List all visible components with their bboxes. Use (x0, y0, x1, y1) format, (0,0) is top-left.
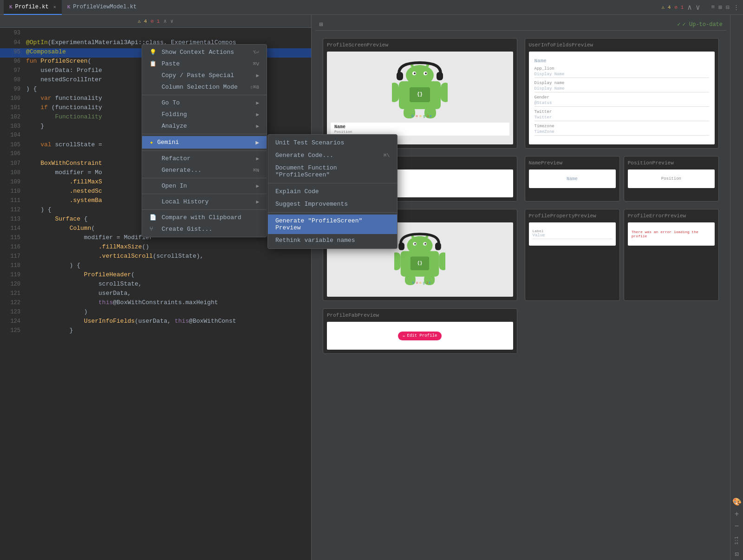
submenu-arrow-folding: ▶ (256, 111, 259, 117)
svg-point-5 (425, 72, 427, 74)
svg-text:l: l (426, 281, 428, 285)
toolbar-fit-icon[interactable]: ⊡ (735, 550, 738, 558)
preview-content-error: There was an error loading the profile (628, 222, 715, 246)
svg-text:o: o (416, 281, 418, 285)
tab-profile-kt-label: Profile.kt (15, 4, 49, 10)
edit-icon: ✏ (403, 333, 405, 339)
context-menu: 💡 Show Context Actions ⌥⏎ 📋 Paste ⌘V Cop… (142, 44, 267, 237)
editor-error: ⊘ 1 (150, 18, 160, 24)
svg-text:g: g (423, 281, 425, 285)
paste-icon: 📋 (150, 60, 158, 67)
shortcut-generate-code: ⌘\ (384, 152, 390, 158)
toolbar-zoom-out-icon[interactable]: − (735, 522, 739, 531)
submenu-suggest-improvements[interactable]: Suggest Improvements (268, 198, 397, 210)
submenu-generate-preview[interactable]: Generate "ProfileScreen" Preview (268, 215, 397, 234)
svg-rect-34 (394, 252, 401, 270)
preview-card-user-info: UserInfoFieldsPreview Name App_lion Disp… (525, 38, 719, 149)
fab-button[interactable]: ✏ Edit Profile (398, 332, 442, 340)
preview-panel[interactable]: ⊞ ✓ ✓ Up-to-date ProfileScreenPreview (311, 15, 730, 560)
name-position-pair: NamePreview Name PositionPreview Positio… (525, 156, 719, 202)
submenu-label-generate-preview: Generate "ProfileScreen" Preview (275, 217, 390, 231)
code-line-120: 120 scrollState, (0, 280, 311, 290)
zoom-level: 1:1 (734, 536, 739, 545)
submenu-generate-code[interactable]: Generate Code... ⌘\ (268, 149, 397, 162)
svg-text:g: g (423, 114, 425, 118)
separator-4 (142, 178, 267, 178)
property-error-pair: ProfilePropertyPreview Label Value Profi… (525, 209, 719, 301)
menu-item-copy-paste-special[interactable]: Copy / Paste Special ▶ (142, 70, 267, 81)
menu-label-compare-clipboard: Compare with Clipboard (162, 214, 241, 221)
menu-item-gemini[interactable]: ✦ Gemini ▶ Unit Test Scenarios Generate … (142, 136, 267, 149)
code-line-117: 117 .verticalScroll(scrollState), (0, 253, 311, 262)
preview-card-position-small: PositionPreview Position (624, 156, 719, 202)
shortcut-paste: ⌘V (253, 61, 259, 67)
shortcut-show-context-actions: ⌥⏎ (253, 49, 259, 55)
svg-text:e: e (429, 281, 431, 285)
submenu-rethink-names[interactable]: Rethink variable names (268, 234, 397, 247)
code-line-124: 124 UserInfoFields(userData, this@BoxWit… (0, 318, 311, 327)
menu-item-generate[interactable]: Generate... ⌘N (142, 164, 267, 176)
preview-header: ⊞ ✓ ✓ Up-to-date (315, 19, 726, 31)
toolbar-zoom-in-icon[interactable]: + (735, 510, 739, 519)
submenu-label-suggest-improvements: Suggest Improvements (275, 201, 348, 208)
menu-item-paste[interactable]: 📋 Paste ⌘V (142, 58, 267, 70)
submenu-arrow-refactor: ▶ (256, 156, 259, 162)
error-badge: ⊘ 1 (674, 4, 684, 10)
editor-toolbar: ⚠ 4 ⊘ 1 ∧ ∨ (0, 15, 311, 28)
code-line-93: 93 (0, 30, 311, 39)
preview-card-error: ProfileErrorPreview There was an error l… (624, 209, 719, 301)
position-preview-text: Position (661, 176, 681, 181)
svg-text:{}: {} (417, 92, 423, 97)
menu-item-goto[interactable]: Go To ▶ (142, 97, 267, 109)
tab-viewmodel[interactable]: K ProfileViewModel.kt (62, 0, 142, 15)
code-line-121: 121 userData, (0, 290, 311, 299)
menu-item-folding[interactable]: Folding ▶ (142, 109, 267, 120)
preview-title-profile-screen: ProfileScreenPreview (327, 42, 513, 48)
fab-label: Edit Profile (407, 333, 437, 338)
separator-2 (142, 134, 267, 134)
svg-rect-15 (437, 72, 443, 80)
menu-item-column-selection[interactable]: Column Selection Mode ⇧⌘8 (142, 81, 267, 93)
svg-rect-35 (439, 252, 446, 270)
menu-label-show-context-actions: Show Context Actions (162, 49, 234, 56)
submenu-separator-2 (268, 212, 397, 213)
gemini-star-icon: ✦ (150, 138, 153, 146)
chevron-down-icon[interactable]: ∨ (696, 3, 700, 12)
preview-card-profile-screen: ProfileScreenPreview (323, 38, 517, 149)
submenu-separator-1 (268, 183, 397, 183)
preview-content-user-info: Name App_lion Display Name Display name … (529, 52, 715, 144)
menu-label-create-gist: Create Gist... (162, 226, 212, 233)
submenu-label-explain-code: Explain Code (275, 188, 319, 195)
svg-point-1 (406, 65, 434, 85)
menu-item-local-history[interactable]: Local History ▶ (142, 196, 267, 208)
error-text: There was an error loading the profile (632, 230, 711, 238)
menu-label-open-in: Open In (162, 182, 187, 189)
submenu-arrow-open-in: ▶ (256, 183, 259, 189)
menu-item-analyze[interactable]: Analyze ▶ (142, 120, 267, 132)
menu-item-compare-clipboard[interactable]: 📄 Compare with Clipboard (142, 212, 267, 223)
profile-screen-name-area: Name Position (331, 123, 509, 136)
preview-title-user-info: UserInfoFieldsPreview (529, 42, 715, 48)
svg-point-29 (424, 243, 426, 245)
tab-profile-kt[interactable]: K Profile.kt ✕ (4, 0, 62, 15)
toolbar-palette-icon[interactable]: 🎨 (732, 497, 742, 507)
tab-close-profile[interactable]: ✕ (53, 4, 56, 10)
submenu-document-fn[interactable]: Document Function "ProfileScreen" (268, 162, 397, 181)
submenu-unit-test[interactable]: Unit Test Scenarios (268, 137, 397, 149)
menu-item-show-context-actions[interactable]: 💡 Show Context Actions ⌥⏎ (142, 46, 267, 58)
menu-label-copy-paste-special: Copy / Paste Special (162, 72, 234, 79)
svg-text:e: e (430, 114, 432, 118)
nav-up-icon[interactable]: ∧ (163, 18, 167, 24)
preview-panel-toggle[interactable]: ⊞ (319, 20, 323, 28)
separator-5 (142, 194, 267, 194)
chevron-up-icon[interactable]: ∧ (687, 3, 692, 12)
menu-item-open-in[interactable]: Open In ▶ (142, 180, 267, 192)
submenu-explain-code[interactable]: Explain Code (268, 185, 397, 198)
nav-down-icon[interactable]: ∨ (170, 18, 174, 24)
submenu-label-rethink-names: Rethink variable names (275, 237, 355, 244)
preview-content-position-small: Position (628, 169, 715, 188)
menu-item-create-gist[interactable]: ⑂ Create Gist... (142, 223, 267, 235)
submenu-arrow-goto: ▶ (256, 100, 259, 106)
menu-item-refactor[interactable]: Refactor ▶ (142, 153, 267, 164)
preview-title-error: ProfileErrorPreview (628, 213, 715, 219)
